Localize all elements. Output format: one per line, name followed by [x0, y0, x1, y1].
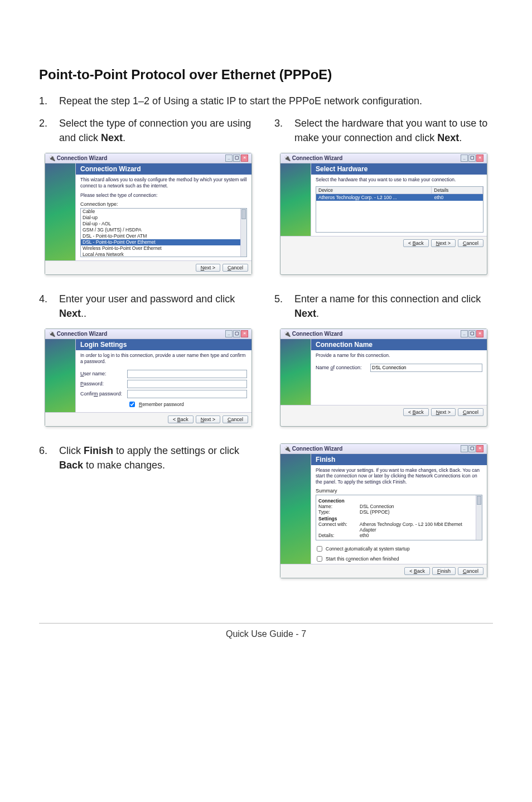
next-button[interactable]: Next > — [196, 264, 220, 272]
list-item[interactable]: Cable — [81, 209, 246, 215]
wizard-description: In order to log in to this connection, p… — [76, 350, 252, 365]
back-button[interactable]: < Back — [403, 239, 429, 247]
username-label: User name: — [80, 371, 124, 376]
next-button[interactable]: Next > — [431, 408, 456, 416]
minimize-icon[interactable]: _ — [461, 330, 468, 337]
list-item[interactable]: Dial-up - AOL — [81, 221, 246, 227]
wizard-description: This wizard allows you to easily configu… — [76, 175, 252, 190]
step1-text: Repeat the step 1–2 of Using a static IP… — [59, 94, 422, 108]
maximize-icon[interactable]: ▢ — [233, 330, 240, 337]
remember-password-checkbox[interactable] — [129, 402, 135, 407]
wizard-banner: Connection Name — [311, 339, 487, 350]
start-now-checkbox[interactable] — [317, 556, 322, 562]
wizard-sidebar-image — [45, 339, 76, 412]
list-item[interactable]: Dial-up — [81, 215, 246, 221]
wizard-description: Please review your settings. If you want… — [311, 465, 487, 486]
wizard-connection-name: 🔌 Connection Wizard _▢× Connection Name … — [280, 328, 487, 426]
start-now-label: Start this connection when finished — [326, 556, 399, 562]
auto-connect-checkbox[interactable] — [317, 546, 322, 552]
back-button[interactable]: < Back — [168, 416, 194, 423]
username-input[interactable] — [127, 370, 247, 378]
close-icon[interactable]: × — [476, 445, 483, 452]
step-number: 5. — [274, 292, 284, 321]
window-title: 🔌 Connection Wizard — [49, 331, 107, 337]
field-label: Connection type: — [80, 201, 247, 207]
wizard-banner: Connection Wizard — [76, 163, 252, 175]
cancel-button[interactable]: Cancel — [458, 408, 483, 416]
window-title: 🔌 Connection Wizard — [284, 331, 342, 337]
wizard-instruction: Please select the type of connection: — [76, 190, 252, 200]
password-input[interactable] — [127, 380, 247, 388]
cancel-button[interactable]: Cancel — [458, 567, 483, 575]
list-item[interactable]: DSL - Point-to-Point Over ATM — [81, 233, 246, 239]
step-number: 2. — [39, 116, 49, 145]
close-icon[interactable]: × — [476, 154, 483, 162]
wizard-login-settings: 🔌 Connection Wizard _▢× Login Settings I… — [45, 328, 252, 426]
wizard-select-hardware: 🔌 Connection Wizard _▢× Select Hardware … — [280, 153, 487, 275]
list-item[interactable]: GSM / 3G (UMTS) / HSDPA — [81, 227, 246, 233]
minimize-icon[interactable]: _ — [461, 154, 468, 162]
column-header: Device — [316, 187, 432, 194]
cancel-button[interactable]: Cancel — [223, 416, 248, 423]
scrollbar[interactable] — [240, 209, 246, 257]
wizard-sidebar-image — [280, 163, 311, 236]
list-item[interactable]: Local Area Network — [81, 252, 246, 257]
wizard-banner: Select Hardware — [311, 163, 487, 175]
auto-connect-label: Connect automatically at system startup — [326, 546, 410, 552]
maximize-icon[interactable]: ▢ — [468, 154, 476, 162]
step-number: 4. — [39, 292, 49, 321]
wizard-banner: Login Settings — [76, 339, 252, 350]
close-icon[interactable]: × — [241, 330, 248, 337]
cancel-button[interactable]: Cancel — [223, 264, 248, 272]
summary-label: Summary — [316, 488, 482, 494]
wizard-sidebar-image — [280, 339, 311, 405]
finish-button[interactable]: Finish — [432, 567, 456, 575]
back-button[interactable]: < Back — [404, 567, 430, 575]
wizard-finish: 🔌 Connection Wizard _▢× Finish Please re… — [280, 443, 487, 579]
cancel-button[interactable]: Cancel — [458, 239, 483, 247]
wizard-banner: Finish — [311, 454, 487, 465]
next-button[interactable]: Next > — [196, 416, 220, 423]
close-icon[interactable]: × — [241, 154, 248, 162]
confirm-password-label: Confirm password: — [80, 391, 124, 397]
step3-text: Select the hardware that you want to use… — [294, 116, 493, 145]
maximize-icon[interactable]: ▢ — [233, 154, 240, 162]
step4-text: Enter your user and password and click N… — [59, 292, 258, 321]
minimize-icon[interactable]: _ — [225, 330, 233, 337]
step5-text: Enter a name for this connection and cli… — [294, 292, 493, 321]
window-title: 🔌 Connection Wizard — [284, 446, 342, 452]
step6-text: Click Finish to apply the settings or cl… — [59, 443, 258, 472]
wizard-description: Provide a name for this connection. — [311, 350, 487, 360]
list-item-selected[interactable]: DSL - Point-to-Point Over Ethernet — [81, 239, 246, 245]
connection-name-input[interactable] — [370, 364, 482, 372]
step-number: 3. — [274, 116, 284, 145]
confirm-password-input[interactable] — [127, 390, 247, 398]
column-header: Details — [432, 187, 483, 194]
close-icon[interactable]: × — [476, 330, 483, 337]
step-number: 1. — [39, 94, 49, 108]
step2-text: Select the type of connection you are us… — [59, 116, 258, 145]
list-item[interactable]: Wireless Point-to-Point Over Ethernet — [81, 245, 246, 252]
window-title: 🔌 Connection Wizard — [49, 155, 107, 161]
minimize-icon[interactable]: _ — [461, 445, 468, 452]
window-title: 🔌 Connection Wizard — [284, 155, 342, 161]
wizard-description: Select the hardware that you want to use… — [311, 175, 487, 184]
wizard-sidebar-image — [45, 163, 76, 260]
table-row-selected[interactable]: Atheros Technology Corp. - L2 100 ... et… — [316, 194, 483, 201]
summary-box: Connection Name:DSL Connection Type:DSL … — [316, 495, 482, 540]
minimize-icon[interactable]: _ — [225, 154, 233, 162]
page-footer: Quick Use Guide - 7 — [39, 629, 493, 656]
step-number: 6. — [39, 443, 49, 472]
footer-divider — [39, 623, 493, 624]
next-button[interactable]: Next > — [431, 239, 456, 247]
scrollbar[interactable] — [476, 495, 482, 540]
connection-type-listbox[interactable]: Cable Dial-up Dial-up - AOL GSM / 3G (UM… — [80, 208, 247, 257]
remember-password-label: Remember password — [139, 402, 184, 407]
back-button[interactable]: < Back — [403, 408, 429, 416]
wizard-sidebar-image — [280, 454, 311, 564]
maximize-icon[interactable]: ▢ — [468, 445, 476, 452]
page-title: Point-to-Point Protocol over Ethernet (P… — [39, 67, 493, 83]
wizard-connection-type: 🔌 Connection Wizard _▢× Connection Wizar… — [45, 153, 252, 275]
hardware-table[interactable]: Device Details Atheros Technology Corp. … — [316, 186, 483, 233]
maximize-icon[interactable]: ▢ — [468, 330, 476, 337]
